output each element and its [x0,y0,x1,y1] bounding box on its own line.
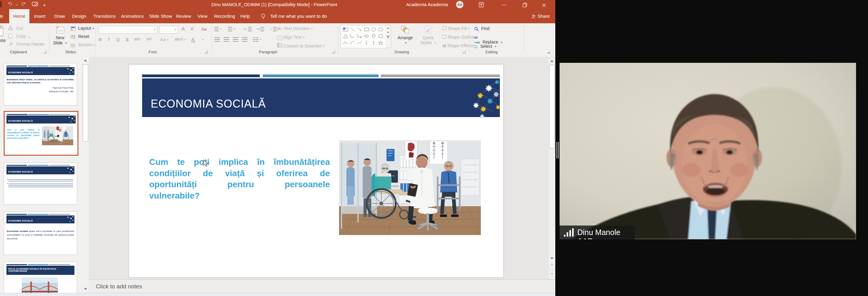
tab-view[interactable]: View [193,9,211,23]
slide-body-textbox[interactable]: Cum te poți implica în îmbunătățirea con… [149,156,330,201]
arrange-button[interactable]: Arrange [395,25,415,45]
window-title: Dinu MANOLE_ODIMM (1) [Compatibility Mod… [211,2,337,7]
font-dialog-launcher[interactable] [205,50,208,53]
align-right-button[interactable] [233,37,238,42]
drawing-dialog-launcher[interactable] [463,50,466,53]
slide-body-line-1: Cum te poți implica în îmbunătățirea [149,156,330,168]
increase-indent-button[interactable]: ⇥ [256,26,264,31]
undo-icon[interactable] [7,2,18,8]
slide-title: ECONOMIA SOCIALĂ [151,97,266,110]
previous-slide-button[interactable]: ⌃ [549,264,555,270]
decrease-font-size-button[interactable]: Aˇ [190,26,194,31]
thumbnail-scrollbar-thumb[interactable] [83,64,88,142]
find-button[interactable]: Find [474,26,490,31]
tab-review[interactable]: Review [172,9,195,23]
tab-design[interactable]: Design [68,9,90,23]
font-color-button[interactable]: A [191,37,195,42]
thumbnail-scrollbar[interactable] [82,57,89,293]
clear-formatting-button[interactable]: A [201,26,207,32]
slide-thumbnail-5[interactable]: ROLUL ECONOMIEI SOCIALE ÎN SOCIETATEA CO… [4,262,77,293]
shape-outline-button[interactable]: Shape Outline [442,35,478,39]
slide-canvas[interactable]: ECONOMIA SOCIALĂ [129,64,503,277]
columns-button[interactable] [253,37,261,42]
tab-slide-show[interactable]: Slide Show [145,9,176,23]
replace-button[interactable]: ab↪ac Replace [474,35,503,45]
slide-thumbnail-2-selected[interactable]: ECONOMIA SOCIALĂ Cum te poți implica în … [4,111,79,156]
editor-scroll-up-arrow[interactable] [549,58,555,64]
tell-me-box[interactable]: Tell me what you want to do [270,9,327,23]
editor-scrollbar[interactable]: ⌃ ⌄ [549,58,555,279]
arrange-label: Arrange [395,35,415,40]
thumb2-title-band: ECONOMIA SOCIALĂ [6,116,76,123]
editor-scrollbar-thumb[interactable] [549,65,555,148]
format-painter-button[interactable]: Format Painter [9,42,45,47]
tab-file[interactable]: le [0,9,7,23]
align-text-button[interactable]: ↕ Align Text [277,35,305,40]
font-name-combobox[interactable] [99,26,157,34]
slide-thumbnail-3[interactable]: ECONOMIA SOCIALĂ [4,162,77,205]
slide-photo-hospital[interactable] [339,140,481,235]
editor-scroll-down-arrow[interactable] [549,256,555,262]
reset-button[interactable]: Reset [70,34,89,39]
tab-transitions[interactable]: Transitions [89,9,120,23]
thumb3-bullet-text-1 [8,179,73,181]
character-spacing-button[interactable]: AV↔ [146,37,152,43]
account-name[interactable]: Academia Academia [406,2,448,7]
align-center-button[interactable] [224,37,229,42]
notes-pane[interactable]: Click to add notes [89,279,555,293]
slide-title-band[interactable]: ECONOMIA SOCIALĂ [142,79,500,117]
quick-styles-button[interactable]: QuickStyles [418,25,439,45]
collapse-ribbon-button[interactable] [547,50,551,55]
highlight-color-button[interactable]: ab [175,37,186,41]
shape-fill-button[interactable]: Shape Fill [442,26,470,31]
thumb2-accent-bars [7,114,75,115]
save-icon[interactable] [0,1,2,7]
decrease-indent-button[interactable]: ⇤ [244,26,252,31]
thumbnail-scroll-down-arrow[interactable] [82,286,89,292]
underline-button[interactable]: U [116,37,120,42]
redo-icon[interactable] [20,2,26,8]
new-slide-button[interactable]: NewSlide [52,25,68,46]
thumbnail-scroll-up-arrow[interactable] [82,58,89,64]
tab-help[interactable]: Help [237,9,254,23]
customize-qat-icon[interactable] [43,2,46,8]
shape-effects-button[interactable]: Shape Effects [442,43,477,48]
align-left-button[interactable] [214,37,220,42]
bold-button[interactable]: B [99,37,102,42]
share-button[interactable]: Share [531,9,550,23]
start-slideshow-icon[interactable] [32,2,39,8]
convert-to-smartart-button[interactable]: Convert to SmartArt [277,43,325,49]
text-direction-button[interactable]: |A↕ Text Direction [277,26,313,31]
tab-recording[interactable]: Recording [210,9,239,23]
cut-button[interactable]: Cut [8,26,23,31]
shape-gallery-scrollbar[interactable] [385,25,391,48]
copy-button[interactable]: Copy [8,34,30,39]
change-case-button[interactable]: Aa [160,37,168,42]
tab-home[interactable]: Home [9,9,29,23]
increase-font-size-button[interactable]: Aˆ [181,26,186,32]
notes-placeholder[interactable]: Click to add notes [96,283,142,290]
layout-button[interactable]: Layout [70,26,94,31]
numbering-button[interactable] [228,26,235,31]
clipboard-dialog-launcher[interactable] [43,50,46,53]
paragraph-dialog-launcher[interactable] [332,50,335,53]
tab-insert[interactable]: Insert [30,9,50,23]
paste-button[interactable]: ste [0,25,7,43]
text-shadow-button[interactable]: S [126,37,129,42]
shape-gallery[interactable]: {} [341,25,387,49]
account-avatar[interactable]: AA [456,1,463,8]
slide-thumbnail-4[interactable]: ECONOMIA SOCIALĂ Economia socială apare … [4,211,77,255]
next-slide-button[interactable]: ⌄ [549,271,555,277]
tab-draw[interactable]: Draw [50,9,69,23]
bullets-button[interactable] [214,26,222,31]
font-size-combobox[interactable] [159,26,178,34]
justify-button[interactable] [242,37,247,42]
strikethrough-button[interactable]: abc [134,37,141,41]
tab-animations[interactable]: Animations [117,9,148,23]
minimize-icon[interactable]: — [497,0,511,9]
italic-button[interactable]: I [108,37,110,42]
select-button[interactable]: Select [474,44,496,49]
slide-thumbnail-1[interactable]: ECONOMIA SOCIALĂ Bunăstarea ființei uman… [4,63,77,106]
slide-body-line-2: condițiilor de viață și oferirea de [149,168,330,179]
section-button[interactable]: Section [70,42,95,47]
